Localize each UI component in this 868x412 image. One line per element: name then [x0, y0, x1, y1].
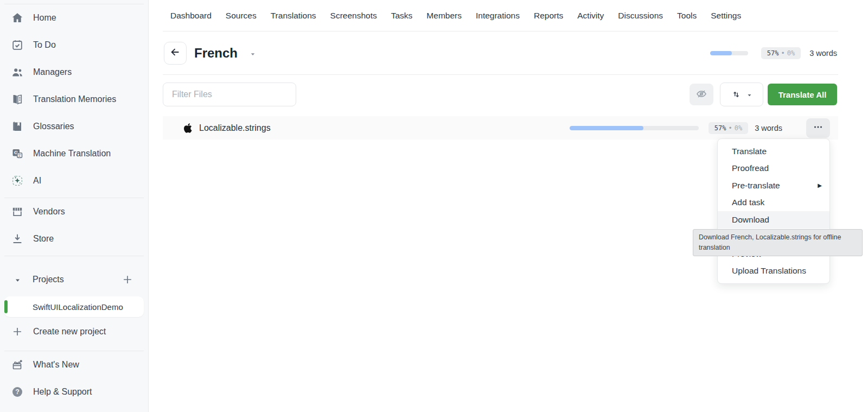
sidebar-divider: [4, 256, 144, 256]
language-stats-badge: 57%•0%: [761, 47, 801, 59]
approved-pct: 0%: [787, 49, 795, 57]
menu-item-proofread[interactable]: Proofread: [718, 160, 829, 178]
sidebar-item-label: Help & Support: [33, 387, 92, 397]
project-topnav: Dashboard Sources Translations Screensho…: [149, 0, 868, 31]
sidebar-item-help-support[interactable]: ? Help & Support: [0, 378, 148, 405]
sidebar-item-label: To Do: [33, 40, 56, 50]
managers-icon: [11, 66, 24, 79]
sidebar-item-label: What's New: [33, 360, 79, 370]
sidebar-item-label: Store: [33, 234, 54, 244]
tab-discussions[interactable]: Discussions: [618, 11, 663, 21]
menu-item-label: Pre-translate: [732, 181, 780, 191]
language-word-count: 3 words: [809, 49, 837, 58]
toggle-hidden-files-button[interactable]: [690, 84, 713, 105]
sidebar-item-label: AI: [33, 176, 41, 186]
sort-dropdown-button[interactable]: [720, 83, 763, 106]
sidebar-item-label: Translation Memories: [33, 94, 116, 104]
vendors-icon: [11, 205, 24, 218]
file-row[interactable]: Localizable.strings 57%•0% 3 words: [163, 116, 838, 140]
tab-translations[interactable]: Translations: [271, 11, 316, 21]
sort-arrows-icon: [731, 89, 742, 100]
chevron-down-icon[interactable]: [250, 50, 256, 56]
todo-calendar-icon: [11, 39, 24, 52]
active-project-indicator: [4, 300, 8, 313]
sidebar-item-create-project[interactable]: Create new project: [0, 318, 148, 345]
translation-memories-icon: [11, 93, 24, 106]
store-download-icon: [11, 232, 24, 245]
sidebar-item-label: Glossaries: [33, 122, 74, 131]
sidebar-item-label: Managers: [33, 67, 72, 77]
help-icon: ?: [11, 385, 24, 398]
sidebar-item-ai[interactable]: AI: [0, 167, 148, 194]
filter-files-input[interactable]: [163, 83, 296, 106]
language-header: French 57%•0% 3 words: [149, 31, 868, 74]
files-toolbar: Translate All: [149, 75, 868, 106]
sidebar-item-label: Vendors: [33, 207, 65, 217]
back-arrow-icon: [169, 46, 181, 60]
sidebar-item-glossaries[interactable]: Glossaries: [0, 113, 148, 140]
page-title: French: [194, 46, 238, 61]
badge-separator: •: [729, 124, 732, 132]
tab-screenshots[interactable]: Screenshots: [330, 11, 377, 21]
file-name: Localizable.strings: [199, 123, 271, 133]
sidebar-item-managers[interactable]: Managers: [0, 59, 148, 86]
sidebar-item-home[interactable]: Home: [0, 4, 148, 31]
download-tooltip: Download French, Localizable.strings for…: [693, 229, 863, 256]
language-stats: 57%•0% 3 words: [710, 47, 837, 59]
sidebar-item-label: Machine Translation: [33, 149, 111, 159]
file-context-menu: Translate Proofread Pre-translate ▶ Add …: [717, 138, 830, 284]
file-more-actions-button[interactable]: [806, 118, 830, 138]
sidebar-item-todo[interactable]: To Do: [0, 31, 148, 59]
tab-members[interactable]: Members: [426, 11, 462, 21]
file-progress-bar: [570, 126, 699, 130]
back-button[interactable]: [164, 42, 187, 65]
sidebar-item-label: Create new project: [33, 327, 106, 337]
tab-settings[interactable]: Settings: [711, 11, 741, 21]
svg-text:文: 文: [18, 153, 22, 158]
menu-item-download[interactable]: Download: [718, 211, 829, 229]
ellipsis-icon: [812, 121, 824, 135]
approved-pct: 0%: [735, 124, 742, 132]
tab-sources[interactable]: Sources: [226, 11, 257, 21]
badge-separator: •: [781, 49, 785, 57]
translate-all-button[interactable]: Translate All: [768, 84, 837, 105]
file-word-count: 3 words: [755, 124, 782, 132]
tab-activity[interactable]: Activity: [577, 11, 604, 21]
sidebar-item-machine-translation[interactable]: G文 Machine Translation: [0, 140, 148, 167]
chevron-down-icon: [746, 92, 752, 98]
apple-platform-icon: [183, 123, 194, 134]
machine-translation-icon: G文: [11, 147, 24, 160]
tab-dashboard[interactable]: Dashboard: [170, 11, 212, 21]
language-progress-bar: [710, 51, 748, 55]
svg-text:?: ?: [15, 388, 20, 396]
translated-pct: 57%: [714, 124, 726, 132]
sidebar-item-store[interactable]: Store: [0, 225, 148, 252]
sidebar-item-vendors[interactable]: Vendors: [0, 198, 148, 225]
glossaries-icon: [11, 120, 24, 133]
sidebar-item-translation-memories[interactable]: Translation Memories: [0, 86, 148, 113]
ai-sparkle-icon: [11, 174, 24, 187]
sidebar: Home To Do Managers Translation Memories…: [0, 0, 149, 412]
tab-tools[interactable]: Tools: [677, 11, 697, 21]
menu-item-pre-translate[interactable]: Pre-translate ▶: [718, 177, 829, 194]
add-project-icon[interactable]: [122, 274, 133, 286]
sidebar-item-whats-new[interactable]: What's New: [0, 351, 148, 378]
sidebar-item-active-project[interactable]: SwiftUILocalizationDemo: [4, 296, 144, 317]
chevron-down-icon[interactable]: [14, 276, 21, 283]
sidebar-item-label: Home: [33, 13, 56, 23]
menu-item-translate[interactable]: Translate: [718, 143, 829, 160]
tab-integrations[interactable]: Integrations: [476, 11, 520, 21]
progress-fill: [710, 51, 732, 55]
whats-new-gift-icon: [11, 358, 24, 371]
submenu-arrow-icon: ▶: [818, 182, 822, 188]
progress-fill: [570, 126, 643, 130]
eye-off-icon: [695, 88, 707, 102]
home-icon: [11, 11, 24, 24]
tab-tasks[interactable]: Tasks: [391, 11, 413, 21]
menu-item-upload-translations[interactable]: Upload Translations: [718, 263, 829, 280]
menu-item-add-task[interactable]: Add task: [718, 194, 829, 212]
sidebar-projects-header[interactable]: Projects: [0, 266, 148, 293]
translated-pct: 57%: [767, 49, 779, 57]
tab-reports[interactable]: Reports: [534, 11, 563, 21]
active-project-label: SwiftUILocalizationDemo: [33, 302, 123, 312]
